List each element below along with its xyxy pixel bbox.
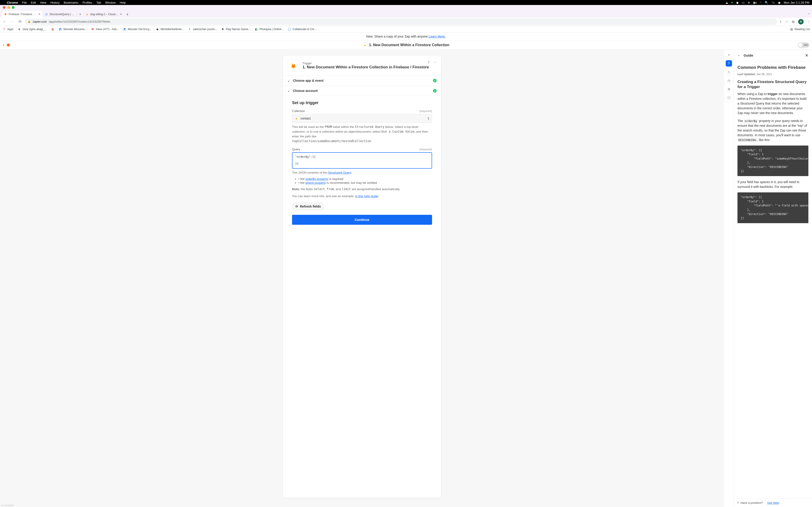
get-help-link[interactable]: Get Help (767, 501, 779, 505)
refresh-fields-button[interactable]: ⟳ Refresh fields (292, 203, 324, 210)
guide-back-icon[interactable]: ← (738, 53, 741, 57)
window-zoom-button[interactable] (12, 6, 14, 9)
window-minimize-button[interactable] (7, 6, 10, 9)
rail-info-icon[interactable]: ⓘ (726, 95, 732, 101)
menu-tab[interactable]: Tab (96, 1, 101, 4)
firebase-app-icon (288, 60, 299, 71)
collection-select[interactable]: ▲ contact ▲▼ (292, 114, 432, 123)
tab-close-icon[interactable]: × (120, 12, 122, 16)
status-heart-icon[interactable]: ♥ (731, 1, 733, 4)
guide-code-example-2: "orderBy": [{ "field": { "fieldPath": "`… (738, 192, 808, 223)
rail-history-icon[interactable]: ◷ (726, 77, 732, 84)
menubar-clock[interactable]: Mon Jan 3 1:26 PM (784, 1, 809, 4)
bookmark-favicon: ◩ (58, 27, 62, 31)
query-textarea[interactable]: "orderBy":[{ }] (292, 152, 432, 169)
tab-overflow-icon[interactable]: ⌄ (808, 11, 810, 15)
menu-history[interactable]: History (50, 1, 59, 4)
status-bluetooth-icon[interactable]: ⧺ (748, 1, 750, 4)
section-choose-app-event[interactable]: ⌄ Choose app & event ✓ (283, 75, 441, 86)
where-property-link[interactable]: where property (305, 181, 326, 184)
bookmark-item[interactable]: ✖Play Naruto Game... (221, 27, 251, 31)
status-battery-icon[interactable]: ▮◂ (753, 1, 757, 4)
status-search-icon[interactable]: 🔍 (765, 1, 768, 4)
collection-help-text: This will be used as the FROM value with… (292, 124, 432, 144)
bookmark-star-icon[interactable]: ☆ (785, 20, 788, 23)
bookmark-item[interactable]: ◩Monster Girl Ency... (123, 27, 151, 31)
guide-paragraph: When using a Zap to trigger on new docum… (738, 92, 808, 115)
status-siri-icon[interactable]: ◉ (778, 1, 780, 4)
menu-window[interactable]: Window (105, 1, 115, 4)
bookmark-item[interactable]: ✦sakimichan (sushi... (188, 27, 217, 31)
list-item: • the where property is recommended, but… (298, 181, 432, 184)
bookmark-favicon: ◯ (288, 27, 291, 31)
zap-enable-toggle[interactable]: OFF (798, 43, 809, 48)
gmail-icon: M (91, 27, 95, 31)
bookmark-item[interactable]: ◩Monster Musume... (58, 27, 87, 31)
chrome-menu-icon[interactable]: ⋮ (807, 20, 810, 23)
chevron-down-icon: ⌄ (288, 89, 291, 92)
window-close-button[interactable] (3, 6, 5, 9)
firebase-mini-icon: ▲ (295, 116, 299, 120)
status-display-icon[interactable]: ▭ (742, 1, 745, 4)
menu-edit[interactable]: Edit (31, 1, 36, 4)
card-title: 1. New Document Within a Firestore Colle… (302, 65, 429, 69)
rail-outline-icon[interactable]: ≡ (726, 52, 732, 58)
nav-back-button[interactable]: ← (2, 20, 7, 24)
apps-button[interactable]: ⠿Apps (2, 27, 13, 31)
orderby-property-link[interactable]: orderBy property (305, 177, 328, 181)
rail-help-icon[interactable]: ? (726, 60, 732, 66)
browser-tab-2[interactable]: ▲ dog-sitting-2 – Cloud Firestore × (83, 11, 124, 18)
tab-favicon-zapier-icon: ✱ (4, 12, 7, 16)
nav-back-icon[interactable]: ‹ (3, 43, 4, 47)
help-guide-link[interactable]: in this help guide (355, 194, 378, 198)
rail-alerts-icon[interactable]: ⚠ (726, 69, 732, 75)
apps-grid-icon: ⠿ (2, 27, 6, 31)
status-control-center-icon[interactable]: ⌥ (771, 1, 775, 4)
rail-settings-icon[interactable]: ⚙ (726, 86, 732, 92)
menu-profiles[interactable]: Profiles (83, 1, 92, 4)
bookmark-favicon: ⊕ (17, 27, 21, 31)
status-cloud-icon[interactable]: ☁ (725, 1, 728, 4)
menu-view[interactable]: View (40, 1, 46, 4)
bookmark-item[interactable]: ▥ (51, 27, 54, 31)
browser-tab-1[interactable]: ◔ StructuredQuery | Firestore | × (43, 11, 83, 18)
reading-list-button[interactable]: ▤Reading List (790, 27, 810, 31)
tab-close-icon[interactable]: × (79, 12, 81, 16)
chevron-down-icon: ⌄ (288, 79, 291, 82)
menubar-app[interactable]: Chrome (7, 1, 18, 4)
menu-help[interactable]: Help (120, 1, 126, 4)
bookmark-item[interactable]: ⊕1boy 2girls akagi_... (17, 27, 47, 31)
structured-query-link[interactable]: Structured Query (328, 171, 351, 174)
continue-button[interactable]: Continue (292, 215, 432, 225)
tab-close-icon[interactable]: × (39, 12, 40, 16)
zapier-logo-icon[interactable]: ✱ (6, 42, 10, 48)
banner-learn-more-link[interactable]: Learn More. (429, 35, 446, 38)
bookmark-item[interactable]: ◯Collaborate & Cre... (288, 27, 316, 31)
bookmark-item[interactable]: MInbox (477) - hob... (91, 27, 119, 31)
status-wifi-icon[interactable]: ⌔ (760, 1, 761, 4)
section-label: Choose account (293, 89, 318, 93)
side-rail: ≡ ? ⚠ ◷ ⚙ ⓘ (724, 50, 733, 507)
address-bar[interactable]: 🔒 zapier.com/app/editor/142332597/nodes/… (25, 18, 777, 25)
card-overflow-icon[interactable]: ⋯ (434, 60, 437, 64)
profile-avatar[interactable]: A (798, 19, 804, 24)
macos-menubar: Chrome File Edit View History Bookmarks … (0, 0, 812, 5)
status-record-icon[interactable]: ◉ (736, 1, 739, 4)
tab-favicon-google-icon: ◔ (45, 12, 48, 16)
reading-list-icon: ▤ (790, 27, 793, 31)
browser-tab-0[interactable]: ✱ Firebase / Firestore → SendGri × (2, 11, 43, 18)
share-icon[interactable]: ⇪ (779, 20, 782, 23)
section-choose-account[interactable]: ⌄ Choose account ✓ (283, 86, 441, 96)
reading-list-icon[interactable]: ▤ (792, 20, 795, 23)
menu-file[interactable]: File (22, 1, 27, 4)
bookmark-favicon: ◧ (254, 27, 258, 31)
menu-bookmarks[interactable]: Bookmarks (64, 1, 79, 4)
bookmark-favicon: ✖ (221, 27, 224, 31)
guide-close-icon[interactable]: ✕ (805, 53, 808, 58)
bookmark-item[interactable]: ◆MichelleHoefener... (156, 27, 184, 31)
bookmark-item[interactable]: ◧Photopea | Online... (254, 27, 284, 31)
nav-reload-button[interactable]: ⟳ (17, 19, 23, 24)
banner-text: New: Share a copy of your Zap with anyon… (366, 35, 429, 38)
card-help-icon[interactable]: ? (427, 60, 429, 64)
new-tab-button[interactable]: + (124, 11, 131, 18)
